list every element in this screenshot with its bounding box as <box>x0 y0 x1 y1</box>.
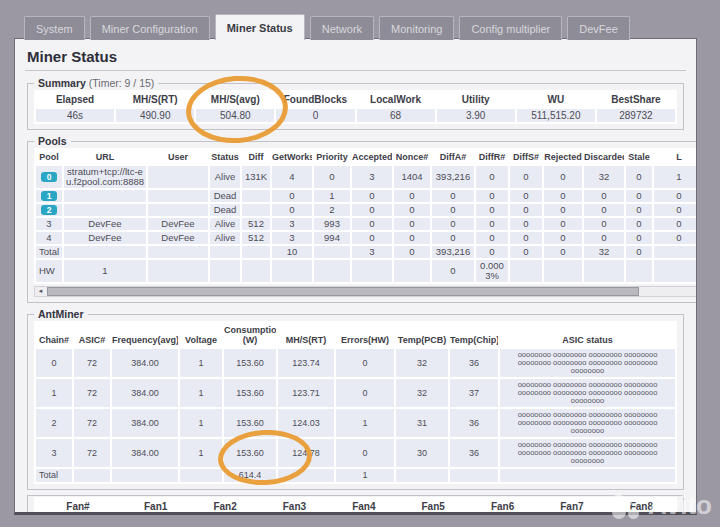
table-cell <box>242 190 270 202</box>
summary-section: Summary (Timer: 9 / 15) ElapsedMH/S(RT)M… <box>27 77 684 130</box>
column-header: MH/S(RT) <box>116 92 194 107</box>
table-cell: 0 <box>510 232 542 244</box>
table-cell: 0 <box>36 166 62 188</box>
table-cell: Dead <box>210 190 240 202</box>
table-cell: 0 <box>476 166 508 188</box>
table-cell: 1 <box>336 469 394 482</box>
table-cell: 0 <box>476 204 508 216</box>
scrollbar-thumb[interactable] <box>47 287 639 296</box>
table-cell: 0 <box>654 204 697 216</box>
table-row: 272384.001153.60124.0313136oooooooo oooo… <box>36 409 675 437</box>
table-row: 2Dead02000000000 <box>36 204 697 216</box>
column-header: FoundBlocks <box>276 92 354 107</box>
tab-monitoring[interactable]: Monitoring <box>379 16 454 40</box>
pool-badge: 0 <box>41 172 58 182</box>
table-cell: 0 <box>654 218 697 230</box>
table-cell: 3.90 <box>437 109 515 122</box>
table-cell: 511,515.20 <box>517 109 595 122</box>
pools-scroll-area[interactable]: PoolURLUserStatusDiffGetWorksPriorityAcc… <box>34 148 697 284</box>
column-header: Fan2 <box>191 499 258 514</box>
page-title: Miner Status <box>27 48 686 65</box>
tab-network[interactable]: Network <box>310 16 374 40</box>
table-row: 1Dead01000000000 <box>36 190 697 202</box>
table-cell: 0 <box>584 232 624 244</box>
column-header: Fan5 <box>400 499 467 514</box>
pools-horizontal-scrollbar[interactable]: ◄ ► <box>34 286 697 297</box>
table-cell: 3 <box>36 218 62 230</box>
table-cell: 10 <box>272 246 312 258</box>
table-cell <box>148 190 208 202</box>
table-cell: 0 <box>510 204 542 216</box>
header-row: PoolURLUserStatusDiffGetWorksPriorityAcc… <box>36 150 697 164</box>
table-cell: 0 <box>544 166 582 188</box>
table-cell: 1 <box>180 379 222 407</box>
table-cell: Total <box>36 469 72 482</box>
table-cell: 0 <box>654 232 697 244</box>
table-cell <box>64 204 146 216</box>
column-header: ASIC# <box>74 323 110 347</box>
table-cell <box>210 260 240 282</box>
column-header: URL <box>64 150 146 164</box>
table-cell <box>394 260 430 282</box>
scroll-right-icon[interactable]: ► <box>694 287 697 296</box>
table-cell <box>148 204 208 216</box>
table-cell <box>626 260 652 282</box>
column-header: User <box>148 150 208 164</box>
table-cell: 3 <box>352 246 392 258</box>
table-cell: 0 <box>626 204 652 216</box>
table-cell <box>242 246 270 258</box>
table-cell: 153.60 <box>224 349 276 377</box>
table-cell: 3 <box>36 439 72 467</box>
table-cell: 1404 <box>394 166 430 188</box>
column-header: Elapsed <box>36 92 114 107</box>
table-cell: Dead <box>210 204 240 216</box>
table-cell: 0 <box>272 190 312 202</box>
column-header: DiffA# <box>432 150 474 164</box>
column-header: Nonce# <box>394 150 430 164</box>
column-header: Stale <box>626 150 652 164</box>
table-cell: 0 <box>654 190 697 202</box>
column-header: Temp(Chip) <box>450 323 498 347</box>
table-cell: 46s <box>36 109 114 122</box>
column-header: Fan6 <box>469 499 536 514</box>
table-row: 372384.001153.60124.7803036oooooooo oooo… <box>36 439 675 467</box>
table-row: HW100.0003% <box>36 260 697 282</box>
tab-system[interactable]: System <box>24 16 85 40</box>
table-row: Total614.41 <box>36 469 675 482</box>
table-cell: 0 <box>352 232 392 244</box>
column-header: Rejected <box>544 150 582 164</box>
table-cell: 4 <box>36 232 62 244</box>
table-cell: 0 <box>394 218 430 230</box>
tab-miner-status[interactable]: Miner Status <box>215 14 305 40</box>
pools-section: Pools PoolURLUserStatusDiffGetWorksPrior… <box>27 135 697 303</box>
table-cell: 0 <box>626 190 652 202</box>
table-cell: 0 <box>626 246 652 258</box>
table-cell: 0 <box>476 190 508 202</box>
table-cell: 3 <box>272 232 312 244</box>
column-header: Temp(PCB) <box>396 323 448 347</box>
tab-miner-configuration[interactable]: Miner Configuration <box>90 16 210 40</box>
table-cell <box>64 246 146 258</box>
tab-devfee[interactable]: DevFee <box>567 16 630 40</box>
table-cell: 0 <box>544 204 582 216</box>
table-cell: 1 <box>36 190 62 202</box>
scroll-left-icon[interactable]: ◄ <box>35 287 46 296</box>
column-header: L <box>654 150 697 164</box>
column-header: Status <box>210 150 240 164</box>
summary-legend: Summary (Timer: 9 / 15) <box>34 77 158 89</box>
column-header: Utility <box>437 92 515 107</box>
tab-config-multiplier[interactable]: Config multiplier <box>459 16 562 40</box>
table-cell: 0 <box>394 232 430 244</box>
table-cell: 384.00 <box>112 349 178 377</box>
table-cell: DevFee <box>148 232 208 244</box>
table-cell: 0 <box>432 204 474 216</box>
table-cell: 490.90 <box>116 109 194 122</box>
table-cell: HW <box>36 260 62 282</box>
column-header: Frequency(avg) <box>112 323 178 347</box>
header-row: Chain#ASIC#Frequency(avg)VoltageConsumpt… <box>36 323 675 347</box>
table-cell <box>450 469 498 482</box>
pool-badge: 1 <box>41 191 58 201</box>
table-cell <box>500 469 675 482</box>
antminer-section: AntMiner Chain#ASIC#Frequency(avg)Voltag… <box>27 308 684 490</box>
table-cell: 0 <box>544 218 582 230</box>
